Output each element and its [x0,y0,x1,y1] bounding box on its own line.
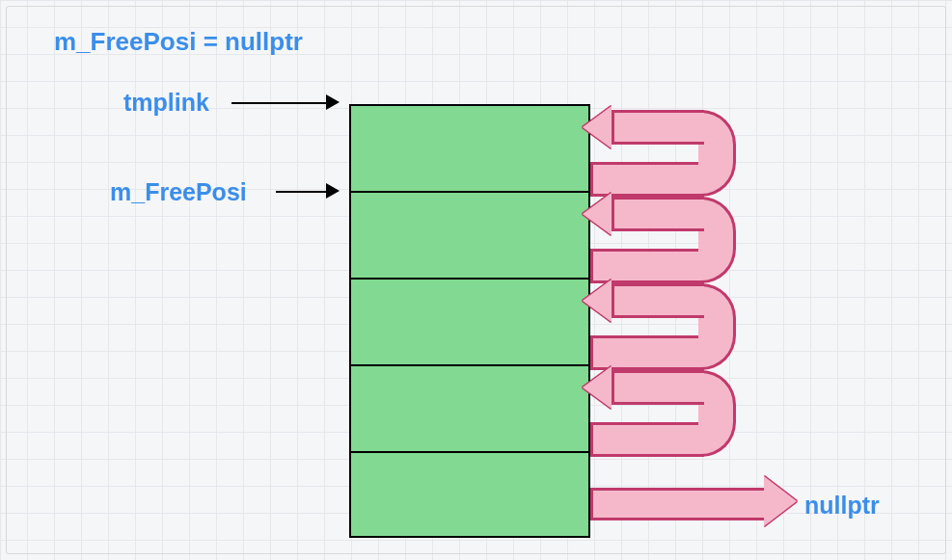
tmplink-label: tmplink [123,89,209,117]
link-u-arrow [590,104,752,191]
freeposi-arrow-line [276,191,328,193]
link-arrows-container [590,104,774,538]
link-u-arrow [590,191,752,278]
memory-block [349,104,590,191]
title-text: m_FreePosi = nullptr [54,27,303,57]
link-u-arrow [590,278,752,364]
memory-block [349,451,590,538]
memory-block [349,278,590,364]
freeposi-label: m_FreePosi [110,178,247,206]
diagram-canvas: m_FreePosi = nullptr tmplink m_FreePosi … [0,0,952,560]
memory-block-stack [349,104,590,538]
link-u-arrow [590,364,752,451]
tmplink-arrow-line [231,102,328,104]
nullptr-arrow [590,482,793,520]
memory-block [349,364,590,451]
freeposi-arrow-head [326,183,340,199]
nullptr-label: nullptr [804,492,880,520]
memory-block [349,191,590,278]
tmplink-arrow-head [326,94,340,110]
